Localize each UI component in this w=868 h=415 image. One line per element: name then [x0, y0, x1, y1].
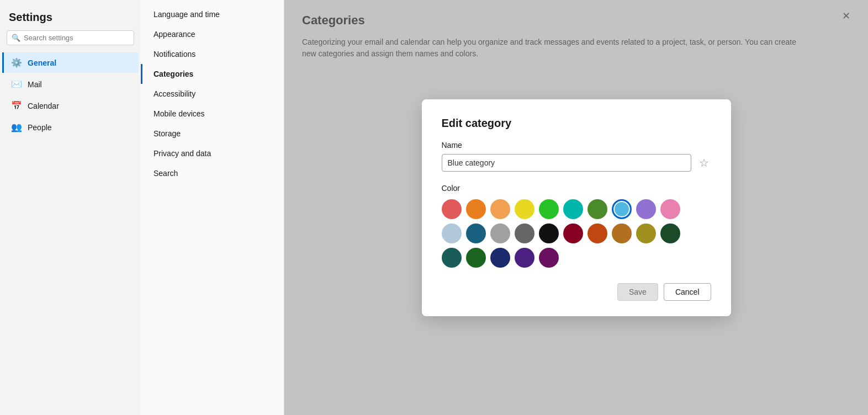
middle-item-storage[interactable]: Storage — [141, 124, 284, 143]
middle-item-mobile-devices[interactable]: Mobile devices — [141, 104, 284, 124]
color-swatch-rust[interactable] — [588, 224, 607, 243]
color-swatch-red[interactable] — [442, 199, 462, 219]
color-label: Color — [442, 184, 711, 193]
general-icon: ⚙️ — [11, 57, 22, 68]
color-swatch-black[interactable] — [539, 224, 559, 243]
color-swatch-orange[interactable] — [466, 199, 486, 219]
color-swatch-purple[interactable] — [636, 199, 656, 219]
color-swatch-dark-forest[interactable] — [466, 248, 486, 268]
modal-footer: Save Cancel — [442, 283, 711, 301]
middle-item-language-and-time[interactable]: Language and time — [141, 4, 284, 24]
sidebar-item-label-people: People — [28, 123, 52, 132]
color-swatch-yellow[interactable] — [515, 199, 534, 219]
sidebar-item-people[interactable]: 👥 People — [2, 117, 139, 137]
color-swatch-maroon[interactable] — [539, 248, 559, 268]
app-title: Settings — [0, 9, 141, 30]
color-swatch-olive[interactable] — [636, 224, 656, 243]
search-box[interactable]: 🔍 — [7, 30, 134, 45]
color-swatch-brown[interactable] — [612, 224, 632, 243]
mail-icon: ✉️ — [11, 79, 22, 89]
color-swatch-pink[interactable] — [660, 199, 680, 219]
name-label: Name — [442, 141, 711, 150]
search-icon: 🔍 — [12, 34, 20, 42]
color-swatch-dark-teal[interactable] — [442, 248, 462, 268]
color-swatch-dark-green[interactable] — [588, 199, 607, 219]
sidebar-item-calendar[interactable]: 📅 Calendar — [2, 95, 139, 116]
color-swatch-green[interactable] — [539, 199, 559, 219]
color-swatch-dark-purple[interactable] — [515, 248, 534, 268]
color-swatch-forest[interactable] — [660, 224, 680, 243]
category-name-input[interactable] — [442, 154, 691, 172]
middle-panel: Language and time Appearance Notificatio… — [141, 0, 284, 415]
sidebar-item-label-calendar: Calendar — [28, 102, 59, 110]
color-row-3 — [442, 248, 711, 268]
sidebar-item-mail[interactable]: ✉️ Mail — [2, 74, 139, 94]
color-swatch-light-orange[interactable] — [490, 199, 510, 219]
modal-title: Edit category — [442, 117, 711, 130]
sidebar: Settings 🔍 ⚙️ General ✉️ Mail 📅 Calendar… — [0, 0, 141, 415]
middle-item-privacy-and-data[interactable]: Privacy and data — [141, 143, 284, 163]
middle-item-accessibility[interactable]: Accessibility — [141, 84, 284, 104]
color-swatch-pale-blue[interactable] — [442, 224, 462, 243]
people-icon: 👥 — [11, 122, 22, 132]
calendar-icon: 📅 — [11, 100, 22, 111]
color-row-2 — [442, 224, 711, 243]
color-row-1 — [442, 199, 711, 219]
color-swatch-gray[interactable] — [515, 224, 534, 243]
cancel-button[interactable]: Cancel — [664, 283, 711, 301]
sidebar-item-label-mail: Mail — [28, 80, 42, 89]
color-swatch-light-gray[interactable] — [490, 224, 510, 243]
color-swatch-light-blue[interactable] — [612, 199, 632, 219]
middle-item-appearance[interactable]: Appearance — [141, 24, 284, 44]
edit-category-modal: Edit category Name ☆ Color Save — [422, 99, 731, 316]
sidebar-item-general[interactable]: ⚙️ General — [2, 52, 139, 73]
save-button[interactable]: Save — [617, 283, 658, 301]
name-row: ☆ — [442, 154, 711, 172]
middle-item-notifications[interactable]: Notifications — [141, 44, 284, 64]
color-swatch-navy[interactable] — [490, 248, 510, 268]
color-grid — [442, 199, 711, 268]
search-input[interactable] — [24, 34, 129, 42]
color-swatch-dark-red[interactable] — [563, 224, 583, 243]
modal-overlay: Edit category Name ☆ Color Save — [284, 0, 868, 415]
middle-item-search[interactable]: Search — [141, 163, 284, 183]
sidebar-item-label-general: General — [28, 58, 56, 67]
main-content: Categories Categorizing your email and c… — [284, 0, 868, 415]
color-swatch-teal[interactable] — [563, 199, 583, 219]
color-swatch-ocean[interactable] — [466, 224, 486, 243]
middle-item-categories[interactable]: Categories — [141, 64, 284, 84]
star-button[interactable]: ☆ — [697, 154, 711, 172]
